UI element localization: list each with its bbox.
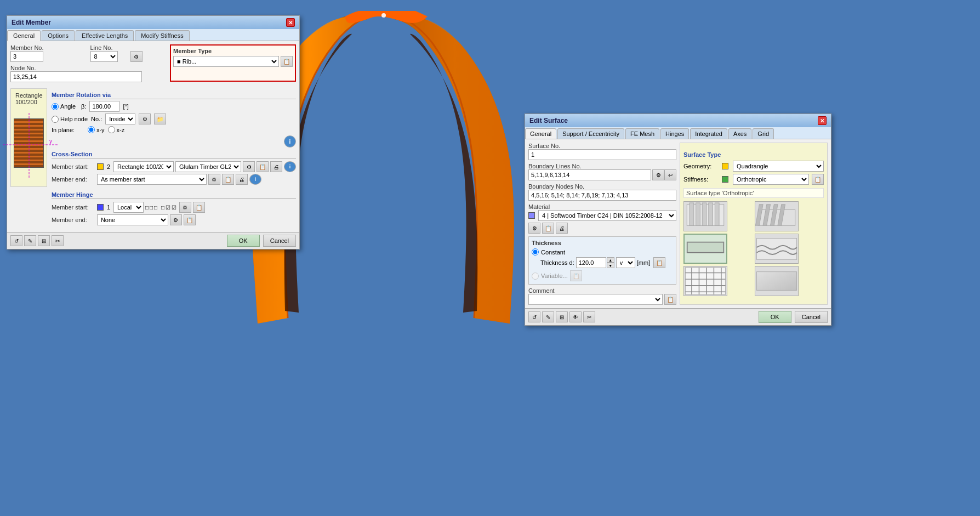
cs-start-info-btn[interactable]: i [284, 161, 296, 172]
surface-tab-general[interactable]: General [525, 128, 556, 139]
boundary-lines-input[interactable] [528, 169, 651, 180]
stiffness-icon[interactable]: 📋 [812, 174, 824, 185]
member-toolbar-btn4[interactable]: ✂ [52, 235, 64, 246]
surface-tab-integrated[interactable]: Integrated [690, 128, 727, 139]
member-type-select[interactable]: ■ Rib... [173, 56, 279, 67]
surface-no-input[interactable] [528, 149, 676, 160]
hinge-start-select[interactable]: Local [113, 202, 144, 213]
surface-img-4[interactable] [755, 234, 799, 264]
line-no-select[interactable]: 8 [90, 51, 118, 62]
cs-end-icon1[interactable]: ⚙ [208, 174, 220, 185]
material-icon2[interactable]: 📋 [542, 223, 554, 234]
surface-toolbar-btn1[interactable]: ↺ [528, 311, 540, 322]
surface-toolbar-btn4[interactable]: 👁 [569, 311, 582, 322]
member-toolbar-btn2[interactable]: ✎ [24, 235, 36, 246]
surface-tab-hinges[interactable]: Hinges [660, 128, 689, 139]
surface-tab-femesh[interactable]: FE Mesh [625, 128, 659, 139]
surface-tab-support[interactable]: Support / Eccentricity [557, 128, 624, 139]
surface-toolbar-btn3[interactable]: ⊞ [556, 311, 568, 322]
material-icon1[interactable]: ⚙ [528, 223, 540, 234]
surface-img-3[interactable] [683, 234, 727, 264]
tab-general[interactable]: General [7, 30, 41, 41]
hinge-end-icon1[interactable]: ⚙ [170, 214, 182, 225]
comment-icon[interactable]: 📋 [664, 294, 676, 305]
boundary-lines-btn1[interactable]: ⚙ [652, 169, 664, 180]
variable-radio[interactable] [532, 273, 539, 280]
member-type-icon-btn[interactable]: 📋 [281, 56, 293, 67]
beta-unit: [°] [123, 103, 129, 110]
thickness-down-btn[interactable]: ▼ [607, 263, 614, 268]
angle-radio[interactable] [52, 103, 59, 110]
surface-img-6[interactable] [755, 266, 799, 296]
thickness-icon[interactable]: 📋 [653, 257, 665, 268]
stiffness-select[interactable]: Orthotropic [733, 174, 809, 185]
constant-radio[interactable] [532, 248, 539, 256]
node-no-input[interactable] [10, 71, 142, 82]
variable-icon[interactable]: 📋 [570, 270, 582, 281]
xy-radio-label[interactable]: x-y [88, 126, 105, 133]
helpnode-icon2[interactable]: 📁 [154, 114, 166, 124]
helpnode-icon1[interactable]: ⚙ [139, 114, 151, 124]
constant-radio-label[interactable]: Constant [532, 248, 673, 256]
surface-tab-grid[interactable]: Grid [753, 128, 774, 139]
material-icon3[interactable]: 🖨 [556, 223, 568, 234]
member-toolbar-btn3[interactable]: ⊞ [38, 235, 50, 246]
cs-start-material-select[interactable]: Glulam Timber GL24h [175, 161, 241, 172]
section-preview-label: Rectangle 100/200 [15, 92, 47, 105]
cs-start-icon3[interactable]: 🖨 [270, 161, 282, 172]
cs-end-info-btn[interactable]: i [249, 174, 261, 185]
member-ok-btn[interactable]: OK [227, 235, 260, 247]
member-cancel-btn[interactable]: Cancel [263, 235, 296, 247]
cs-end-icon2[interactable]: 📋 [222, 174, 234, 185]
variable-radio-label[interactable]: Variable... [532, 273, 568, 280]
edit-member-tabs: General Options Effective Lengths Modify… [7, 29, 299, 41]
cs-start-icon1[interactable]: ⚙ [243, 161, 255, 172]
info-icon-btn[interactable]: i [284, 135, 296, 148]
member-no-input[interactable] [10, 51, 43, 62]
material-select[interactable]: 4 | Softwood Timber C24 | DIN 1052:2008-… [538, 210, 676, 221]
surface-toolbar-btn5[interactable]: ✂ [583, 311, 595, 322]
surface-cancel-btn[interactable]: Cancel [795, 311, 828, 323]
cs-start-section-select[interactable]: Rectangle 100/200 [113, 161, 174, 172]
line-no-icon-btn[interactable]: ⚙ [130, 51, 143, 62]
edit-surface-tabs: General Support / Eccentricity FE Mesh H… [525, 127, 831, 139]
helpnode-select[interactable]: Inside [105, 114, 135, 124]
geometry-select[interactable]: Quadrangle [733, 161, 824, 172]
edit-surface-close-btn[interactable]: ✕ [818, 116, 827, 125]
surface-img-1[interactable] [683, 201, 727, 231]
cs-end-select[interactable]: As member start [97, 174, 207, 185]
surface-tab-axes[interactable]: Axes [728, 128, 751, 139]
surface-ok-btn[interactable]: OK [759, 311, 791, 323]
thickness-up-btn[interactable]: ▲ [607, 257, 614, 263]
xy-radio[interactable] [88, 126, 95, 133]
material-label: Material [528, 203, 676, 210]
boundary-lines-btn2[interactable]: ↩ [664, 169, 676, 180]
beta-input[interactable] [89, 101, 119, 112]
thickness-unit-select[interactable]: v [616, 257, 635, 268]
tab-options[interactable]: Options [42, 30, 75, 41]
cs-end-icon3[interactable]: 🖨 [236, 174, 248, 185]
thickness-spinner: ▲ ▼ v [576, 257, 635, 268]
tab-modify-stiffness[interactable]: Modify Stiffness [135, 30, 189, 41]
member-toolbar-btn1[interactable]: ↺ [10, 235, 22, 246]
hinge-start-icon1[interactable]: ⚙ [179, 202, 191, 213]
surface-img-5[interactable] [683, 266, 727, 296]
boundary-nodes-input[interactable] [528, 190, 676, 201]
node-no-label: Node No. [10, 65, 166, 71]
tab-effective-lengths[interactable]: Effective Lengths [76, 30, 134, 41]
surface-img-2[interactable] [755, 201, 799, 231]
surface-toolbar-btn2[interactable]: ✎ [542, 311, 554, 322]
thickness-input[interactable] [576, 257, 606, 268]
comment-select[interactable] [528, 294, 663, 305]
xz-radio-label[interactable]: x-z [108, 126, 125, 133]
member-type-box: Member Type ■ Rib... 📋 [170, 44, 296, 82]
angle-radio-label[interactable]: Angle [52, 103, 76, 110]
edit-surface-titlebar: Edit Surface ✕ [525, 114, 831, 127]
cs-start-icon2[interactable]: 📋 [257, 161, 269, 172]
edit-member-close-btn[interactable]: ✕ [286, 18, 295, 27]
hinge-end-icon2[interactable]: 📋 [184, 214, 196, 225]
surface-type-header: Surface Type [683, 151, 824, 158]
hinge-start-icon2[interactable]: 📋 [193, 202, 205, 213]
hinge-end-select[interactable]: None [97, 214, 168, 225]
xz-radio[interactable] [108, 126, 115, 133]
